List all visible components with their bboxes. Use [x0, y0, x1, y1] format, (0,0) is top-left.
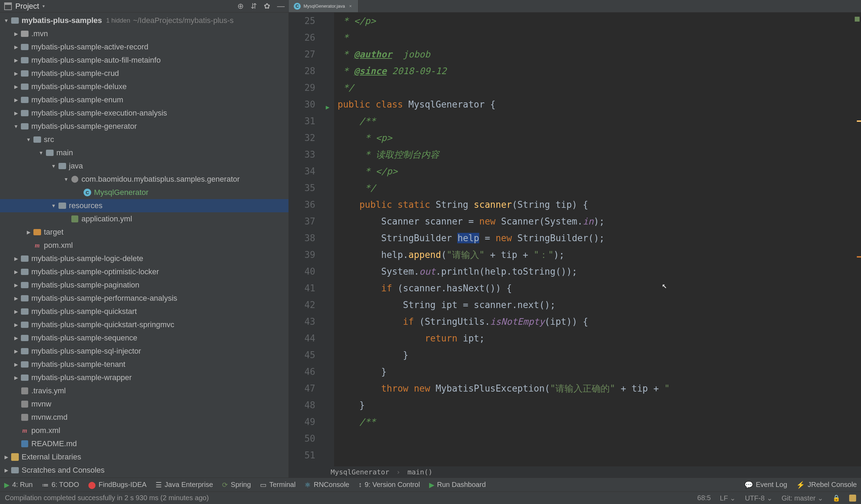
project-tree[interactable]: ▼mybatis-plus-samples1 hidden~/IdeaProje…: [0, 13, 289, 477]
tree-item[interactable]: ▼src: [0, 133, 289, 146]
run-toolwindow[interactable]: ▶4: Run: [4, 481, 33, 489]
tree-item[interactable]: ▶mybatis-plus-sample-crud: [0, 67, 289, 80]
tab-label: MysqlGenerator.java: [303, 3, 345, 9]
rnconsole-toolwindow[interactable]: ⚛RNConsole: [305, 481, 349, 489]
lock-icon[interactable]: 🔒: [832, 494, 840, 502]
project-dropdown-icon[interactable]: ▾: [42, 3, 45, 9]
tree-item[interactable]: ▶application.yml: [0, 212, 289, 226]
breadcrumb[interactable]: MysqlGenerator › main(): [324, 466, 861, 478]
collapse-icon[interactable]: ⇵: [251, 2, 257, 11]
breadcrumb-class[interactable]: MysqlGenerator: [331, 464, 389, 478]
bottom-toolbar: ▶4: Run ≔6: TODO ⬤FindBugs-IDEA ☰Java En…: [0, 478, 861, 491]
terminal-toolwindow[interactable]: ▭Terminal: [260, 481, 296, 489]
tree-scratches[interactable]: ▶Scratches and Consoles: [0, 464, 289, 477]
tree-item[interactable]: ▼com.baomidou.mybatisplus.samples.genera…: [0, 173, 289, 186]
tree-item[interactable]: ▶mybatis-plus-sample-performance-analysi…: [0, 292, 289, 305]
tree-root[interactable]: ▼mybatis-plus-samples1 hidden~/IdeaProje…: [0, 14, 289, 27]
tree-item[interactable]: ▶mybatis-plus-sample-quickstart-springmv…: [0, 318, 289, 331]
tree-item[interactable]: ▶mpom.xml: [0, 424, 289, 437]
code-area[interactable]: * </p> * * @author jobob * @since 2018-0…: [334, 13, 861, 478]
tree-item[interactable]: ▶mybatis-plus-sample-deluxe: [0, 80, 289, 93]
tree-item[interactable]: ▼resources: [0, 199, 289, 212]
tab-mysqlgenerator[interactable]: C MysqlGenerator.java ×: [289, 0, 358, 12]
tree-item[interactable]: ▼main: [0, 146, 289, 159]
close-icon[interactable]: ×: [348, 3, 353, 9]
tree-item[interactable]: ▶mybatis-plus-sample-logic-delete: [0, 252, 289, 265]
git-branch[interactable]: Git: master ⌄: [782, 494, 823, 502]
tree-item[interactable]: ▶mybatis-plus-sample-quickstart: [0, 305, 289, 318]
tree-external[interactable]: ▶External Libraries: [0, 450, 289, 464]
settings-icon[interactable]: ✿: [264, 2, 270, 11]
tree-item[interactable]: ▶mybatis-plus-sample-active-record: [0, 40, 289, 54]
rundash-toolwindow[interactable]: ▶Run Dashboard: [429, 481, 486, 489]
project-header: Project ▾ ⊕ ⇵ ✿ —: [0, 2, 289, 11]
tree-item[interactable]: ▶mybatis-plus-sample-sql-injector: [0, 345, 289, 358]
encoding[interactable]: UTF-8 ⌄: [745, 494, 772, 502]
findbugs-toolwindow[interactable]: ⬤FindBugs-IDEA: [88, 481, 147, 489]
spring-toolwindow[interactable]: ⟳Spring: [222, 481, 251, 489]
scroll-mark: [857, 256, 861, 258]
javaee-toolwindow[interactable]: ☰Java Enterprise: [156, 481, 213, 489]
todo-toolwindow[interactable]: ≔6: TODO: [42, 481, 79, 489]
tree-item[interactable]: ▶CMysqlGenerator: [0, 186, 289, 199]
caret-position[interactable]: 68:5: [697, 494, 711, 502]
class-icon: C: [294, 3, 301, 10]
run-gutter-icon[interactable]: ▶: [326, 99, 330, 116]
tree-item[interactable]: ▶mybatis-plus-sample-auto-fill-metainfo: [0, 54, 289, 67]
code-editor[interactable]: 2526272829303132333435363738394041424344…: [289, 13, 861, 478]
minimize-icon[interactable]: —: [277, 2, 285, 11]
line-ending[interactable]: LF ⌄: [720, 494, 736, 502]
tree-item[interactable]: ▶README.md: [0, 437, 289, 450]
breadcrumb-sep: ›: [396, 464, 401, 478]
top-panel: Project ▾ ⊕ ⇵ ✿ — C MysqlGenerator.java …: [0, 0, 861, 13]
breadcrumb-method[interactable]: main(): [408, 464, 433, 478]
status-message: Compilation completed successfully in 2 …: [5, 494, 209, 502]
tree-item[interactable]: ▼mybatis-plus-sample-generator: [0, 120, 289, 133]
tree-item[interactable]: ▶mybatis-plus-sample-execution-analysis: [0, 107, 289, 120]
tree-item[interactable]: ▶mybatis-plus-sample-optimistic-locker: [0, 265, 289, 278]
tree-item[interactable]: ▶.mvn: [0, 27, 289, 40]
editor-tabs: C MysqlGenerator.java ×: [289, 0, 358, 12]
tree-item[interactable]: ▶mybatis-plus-sample-enum: [0, 93, 289, 107]
tree-item[interactable]: ▶mpom.xml: [0, 239, 289, 252]
eventlog-toolwindow[interactable]: 💬Event Log: [744, 481, 787, 489]
line-gutter: 2526272829303132333435363738394041424344…: [289, 13, 324, 478]
locate-icon[interactable]: ⊕: [237, 2, 244, 11]
tree-item[interactable]: ▶.travis.yml: [0, 384, 289, 397]
tree-item[interactable]: ▶mybatis-plus-sample-wrapper: [0, 371, 289, 384]
tree-item[interactable]: ▼java: [0, 159, 289, 173]
project-tool-icon[interactable]: [4, 2, 12, 10]
tree-item[interactable]: ▶mybatis-plus-sample-sequence: [0, 331, 289, 345]
hector-icon[interactable]: [849, 495, 856, 502]
project-title[interactable]: Project: [15, 2, 39, 11]
fold-column: ▶: [324, 13, 334, 478]
vcs-toolwindow[interactable]: ↕9: Version Control: [358, 481, 420, 489]
tree-item[interactable]: ▶mybatis-plus-sample-tenant: [0, 358, 289, 371]
scroll-mark: [857, 120, 861, 122]
project-sidebar: ▼mybatis-plus-samples1 hidden~/IdeaProje…: [0, 13, 289, 478]
tree-item[interactable]: ▶mvnw: [0, 397, 289, 411]
tree-item[interactable]: ▶target: [0, 226, 289, 239]
jrebel-toolwindow[interactable]: ⚡JRebel Console: [796, 481, 857, 489]
status-bar: Compilation completed successfully in 2 …: [0, 491, 861, 504]
scroll-indicator: [855, 17, 860, 22]
tree-item[interactable]: ▶mvnw.cmd: [0, 411, 289, 424]
tree-item[interactable]: ▶mybatis-plus-sample-pagination: [0, 278, 289, 292]
